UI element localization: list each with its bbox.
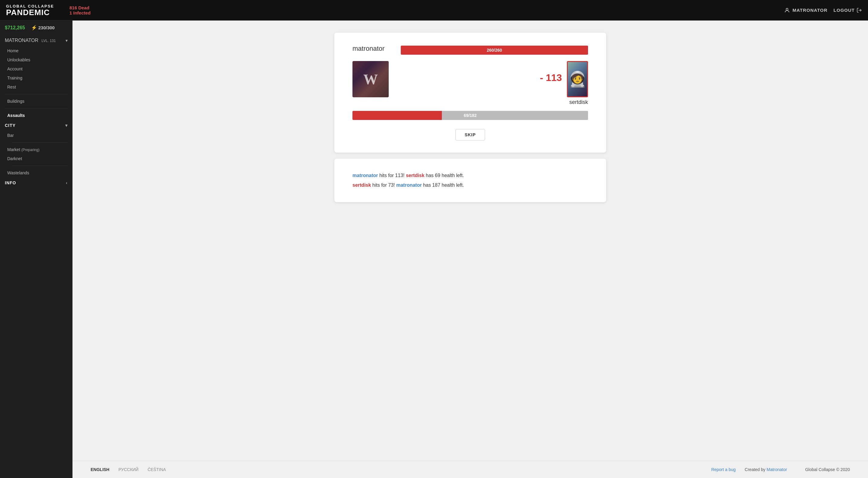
sidebar-divider-2 [5,108,68,109]
sidebar-user[interactable]: MATRONATOR LVL. 131 ▾ [0,35,72,46]
log-line-1: matronator hits for 113! sertdisk has 69… [352,171,588,180]
sidebar-item-home[interactable]: Home [7,46,72,55]
sidebar-item-assaults[interactable]: Assaults [7,111,72,120]
stat-money: $712,265 [5,25,25,31]
sidebar-item-account[interactable]: Account [7,64,72,73]
log1-end: has 69 health left. [424,173,464,178]
footer-credit-text: Created by [745,467,767,472]
log2-mid: hits for 73! [371,182,396,188]
svg-point-0 [786,8,788,10]
defender-avatar-bg: 🧑‍🚀 [567,61,588,97]
footer: ENGLISH РУССКИЙ ČEŠTINA Report a bug Cre… [72,461,868,478]
sidebar-item-rest[interactable]: Rest [7,83,72,92]
second-hp-fill [352,111,442,120]
logout-button[interactable]: LOGOUT [834,7,862,13]
attacker-avatar-letter: W [363,71,378,88]
log1-defender: sertdisk [406,173,424,178]
sidebar-nav-2: Buildings [0,97,72,106]
main-scroll: matronator 260/260 W [72,21,868,461]
damage-number: - 113 [525,72,562,83]
infected-count: 1 Infected [69,10,91,16]
sidebar-info-label: INFO [5,180,16,185]
chevron-down-icon: ▾ [65,38,68,43]
sidebar-item-training[interactable]: Training [7,73,72,83]
right-fighter-area: - 113 🧑‍🚀 sertdisk [525,61,588,106]
log2-end: has 187 health left. [422,182,464,188]
lang-ru[interactable]: РУССКИЙ [118,467,138,472]
page-wrapper: GLOBAL COLLAPSE PANDEMIC 816 Dead 1 Infe… [0,0,868,478]
stats-area: 816 Dead 1 Infected [69,5,91,16]
battle-card: matronator 260/260 W [334,33,606,153]
sidebar-info-section[interactable]: INFO ‹ [0,177,72,188]
energy-bolt-icon: ⚡ [31,25,37,31]
market-badge: (Preparing) [22,148,39,152]
sidebar-level: LVL. 131 [42,39,56,43]
main-wrapper: matronator 260/260 W [72,21,868,478]
sidebar-city-label: CITY [5,123,16,128]
stat-energy: ⚡ 230/300 [31,25,55,31]
log1-mid: hits for 113! [378,173,406,178]
nav-username: MATRONATOR [793,7,828,13]
user-icon [784,7,790,13]
nav-right: MATRONATOR LOGOUT [784,7,862,13]
info-chevron-icon: ‹ [66,180,68,185]
sidebar-username-text: MATRONATOR [5,38,38,43]
sidebar-item-bar[interactable]: Bar [7,131,72,140]
attacker-hp-label: 260/260 [487,48,502,53]
sidebar-username: MATRONATOR LVL. 131 [5,38,56,43]
sidebar-divider-darknet [12,166,68,166]
sidebar-city-section[interactable]: CITY ▾ [0,120,72,131]
footer-credit-user[interactable]: Matronator [767,467,787,472]
battle-log: matronator hits for 113! sertdisk has 69… [334,159,606,202]
logo-bottom: PANDEMIC [6,8,57,16]
attacker-avatar-bg: W [352,61,389,97]
sidebar-item-market[interactable]: Market (Preparing) [7,145,72,154]
skip-button[interactable]: SKIP [456,129,485,141]
content-area: $712,265 ⚡ 230/300 MATRONATOR LVL. 131 ▾… [0,21,868,478]
nav-user[interactable]: MATRONATOR [784,7,828,13]
sidebar-item-wastelands[interactable]: Wastelands [7,168,72,177]
attacker-name: matronator [352,45,395,53]
logout-icon [857,7,862,13]
defender-name: sertdisk [569,99,588,106]
log2-attacker: sertdisk [352,182,371,188]
top-nav: GLOBAL COLLAPSE PANDEMIC 816 Dead 1 Infe… [0,0,868,21]
second-hp-label: 69/182 [464,113,477,118]
sidebar-divider-1 [5,94,68,94]
second-hp-bar: 69/182 [352,111,588,120]
log-line-2: sertdisk hits for 73! matronator has 187… [352,180,588,190]
log2-defender: matronator [396,182,422,188]
defender-avatar-figure: 🧑‍🚀 [568,70,587,88]
defender-avatar: 🧑‍🚀 [567,61,588,97]
logo-area: GLOBAL COLLAPSE PANDEMIC [6,4,57,16]
lang-en[interactable]: ENGLISH [91,467,109,472]
sidebar-item-buildings[interactable]: Buildings [7,97,72,106]
sidebar-city-nav: Bar Market (Preparing) Darknet Wasteland… [0,131,72,177]
energy-value: 230/300 [38,25,55,30]
footer-credit: Created by Matronator [745,467,787,472]
sidebar-stats: $712,265 ⚡ 230/300 [0,21,72,35]
attacker-hp-bar: 260/260 [401,46,588,55]
logout-label: LOGOUT [834,7,855,13]
sidebar: $712,265 ⚡ 230/300 MATRONATOR LVL. 131 ▾… [0,21,72,478]
sidebar-item-unlockables[interactable]: Unlockables [7,55,72,64]
sidebar-divider-bar [12,142,68,143]
sidebar-nav: Home Unlockables Account Training Rest [0,46,72,92]
sidebar-item-darknet[interactable]: Darknet [7,154,72,163]
skip-btn-row: SKIP [352,129,588,141]
footer-copyright: Global Collapse © 2020 [805,467,850,472]
sidebar-nav-3: Assaults [0,111,72,120]
report-bug-link[interactable]: Report a bug [711,467,736,472]
dead-count: 816 Dead [69,5,91,10]
log1-attacker: matronator [352,173,378,178]
lang-cz[interactable]: ČEŠTINA [148,467,166,472]
city-chevron-icon: ▾ [65,123,68,128]
attacker-avatar: W [352,61,389,97]
